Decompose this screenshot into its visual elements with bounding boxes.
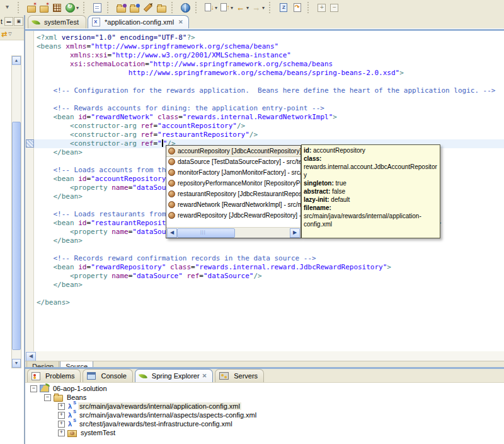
- open-type-icon[interactable]: [115, 1, 128, 14]
- editor-hscrollbar[interactable]: ◀: [25, 351, 504, 361]
- pin-editor-icon[interactable]: [277, 1, 290, 14]
- spring-config-file-icon: [67, 420, 76, 428]
- code-line[interactable]: [34, 95, 504, 104]
- view-tab-servers[interactable]: Servers: [215, 369, 264, 382]
- new-spring-project-icon[interactable]: [38, 1, 50, 14]
- refresh-icon[interactable]: ▾: [64, 1, 80, 14]
- code-line[interactable]: xmlns:xsi="http://www.w3.org/2001/XMLSch…: [34, 51, 504, 60]
- code-line[interactable]: [34, 289, 504, 298]
- tree-expander-icon[interactable]: −: [30, 385, 37, 392]
- new-wizard-icon[interactable]: [25, 1, 38, 14]
- tree-expander-icon[interactable]: +: [58, 429, 65, 436]
- tree-expander-icon[interactable]: +: [58, 412, 65, 419]
- dropdown-caret-icon[interactable]: ▾: [215, 5, 217, 11]
- code-line[interactable]: <?xml version="1.0" encoding="UTF-8"?>: [34, 33, 504, 42]
- code-line[interactable]: <bean id="rewardRepository" class="rewar…: [34, 263, 504, 272]
- close-icon[interactable]: ✕: [202, 373, 207, 379]
- view-tab-console[interactable]: Console: [83, 369, 132, 382]
- tab-label: systemTest: [44, 18, 79, 26]
- annotation-ruler[interactable]: [25, 31, 34, 361]
- highlight-icon[interactable]: [141, 1, 155, 14]
- collapse-all-icon[interactable]: [328, 1, 340, 14]
- code-line[interactable]: <!-- Records reward confirmation records…: [34, 254, 504, 263]
- completion-item[interactable]: monitorFactory [JamonMonitorFactory] - s…: [166, 167, 301, 178]
- completion-item[interactable]: dataSource [TestDataSourceFactory] - src…: [166, 156, 301, 167]
- beans-folder-icon: [54, 395, 63, 402]
- main-toolbar: ▾▾▾▾▾: [0, 0, 504, 16]
- forward-icon[interactable]: ▾: [250, 1, 266, 14]
- open-type-icon: [117, 6, 126, 13]
- view-menu-caret-icon[interactable]: ▽: [8, 32, 11, 37]
- tree-expander-icon[interactable]: +: [58, 403, 65, 410]
- completion-item[interactable]: restaurantRepository [JdbcRestaurantRepo…: [166, 189, 301, 199]
- tab-label: Servers: [234, 372, 258, 380]
- scrollbar-thumb[interactable]: [177, 228, 235, 238]
- properties-page-icon[interactable]: [91, 1, 104, 14]
- code-line[interactable]: <bean id="rewardNetwork" class="rewards.…: [34, 113, 504, 122]
- scroll-left-icon[interactable]: ◀: [167, 228, 177, 238]
- completion-item[interactable]: rewardRepository [JdbcRewardRepository] …: [166, 210, 301, 221]
- toolbar-overflow-caret[interactable]: [2, 1, 14, 14]
- web-browser-icon[interactable]: [179, 1, 192, 14]
- previous-annotation-icon[interactable]: ▾: [219, 1, 234, 14]
- next-annotation-icon[interactable]: ▾: [203, 1, 219, 14]
- scroll-up-icon[interactable]: ▲: [12, 56, 21, 65]
- left-view-scrollbar[interactable]: ▲ ▼: [11, 56, 21, 368]
- editor-tab-systemtest[interactable]: systemTest: [28, 15, 86, 28]
- bean-icon: [168, 190, 175, 197]
- dropdown-caret-icon[interactable]: ▾: [246, 5, 249, 11]
- scrollbar-thumb[interactable]: [12, 122, 21, 350]
- completion-item[interactable]: accountRepository [JdbcAccountRepository…: [166, 146, 301, 156]
- link-with-editor-icon[interactable]: ⇄: [1, 30, 7, 38]
- dropdown-caret-icon[interactable]: ▾: [231, 5, 233, 11]
- open-folder-icon[interactable]: [155, 1, 168, 14]
- tree-row[interactable]: +src/main/java/rewards/internal/applicat…: [25, 402, 504, 411]
- tree-row[interactable]: +src/test/java/rewards/test-infrastructu…: [25, 419, 504, 428]
- toolbar-separator: [195, 2, 200, 13]
- dropdown-caret-icon[interactable]: ▾: [262, 5, 265, 11]
- scroll-right-icon[interactable]: ▶: [290, 228, 300, 238]
- code-line[interactable]: <constructor-arg ref="accountRepository"…: [34, 122, 504, 131]
- scroll-down-icon[interactable]: ▼: [12, 359, 21, 368]
- code-line[interactable]: [34, 78, 504, 86]
- open-resource-icon[interactable]: [128, 1, 141, 14]
- code-line[interactable]: </beans>: [34, 298, 504, 307]
- code-line[interactable]: xsi:schemaLocation="http://www.springfra…: [34, 60, 504, 69]
- close-icon[interactable]: ✕: [178, 19, 183, 25]
- expand-all-icon[interactable]: [315, 1, 328, 14]
- tree-row[interactable]: +src/main/java/rewards/internal/aspects/…: [25, 411, 504, 419]
- new-bean-grid-icon[interactable]: [50, 1, 64, 14]
- last-edit-location-icon[interactable]: [290, 1, 304, 14]
- toolbar-separator: [171, 2, 176, 13]
- completion-text: restaurantRepository [JdbcRestaurantRepo…: [178, 190, 301, 197]
- editor-tab--application-config-xml[interactable]: *application-config.xml✕: [88, 15, 189, 28]
- toolbar-group: [0, 0, 16, 15]
- code-line[interactable]: <!-- Rewards accounts for dining: the ap…: [34, 104, 504, 113]
- code-line[interactable]: http://www.springframework.org/schema/be…: [34, 69, 504, 78]
- completion-item[interactable]: rewardNetwork [RewardNetworkImpl] - src/…: [166, 199, 301, 210]
- completion-item[interactable]: repositoryPerformanceMonitor [Repository…: [166, 178, 301, 189]
- tree-label: Beans: [66, 394, 88, 401]
- code-line[interactable]: <beans xmlns="http://www.springframework…: [34, 42, 504, 51]
- tree-expander-icon[interactable]: +: [58, 421, 65, 428]
- code-line[interactable]: [34, 245, 504, 254]
- toolbar-group: [113, 0, 170, 15]
- tree-row[interactable]: −Beans: [25, 393, 504, 402]
- code-line[interactable]: </bean>: [34, 281, 504, 289]
- code-line[interactable]: <!-- Configuration for the rewards appli…: [34, 86, 504, 95]
- tree-expander-icon[interactable]: −: [44, 394, 51, 401]
- tooltip-label: lazy-init:: [304, 196, 329, 203]
- code-line[interactable]: <constructor-arg ref="restaurantReposito…: [34, 131, 504, 139]
- tree-row[interactable]: +systemTest: [25, 428, 504, 437]
- maximize-view-button[interactable]: ▣: [14, 17, 23, 26]
- view-tab-spring-explorer[interactable]: Spring Explorer✕: [135, 369, 213, 382]
- view-tab-problems[interactable]: Problems: [27, 369, 81, 382]
- tree-row[interactable]: −06-aop-1-solution: [25, 384, 504, 393]
- minimize-view-button[interactable]: ▬: [4, 17, 14, 26]
- last-edit-location-icon: [294, 3, 301, 12]
- back-icon[interactable]: ▾: [234, 1, 250, 14]
- popup-hscrollbar[interactable]: ◀ ▶: [166, 227, 301, 238]
- scroll-left-icon[interactable]: ◀: [26, 352, 36, 361]
- code-line[interactable]: <property name="dataSource" ref="dataSou…: [34, 272, 504, 281]
- dropdown-caret-icon[interactable]: ▾: [76, 5, 79, 11]
